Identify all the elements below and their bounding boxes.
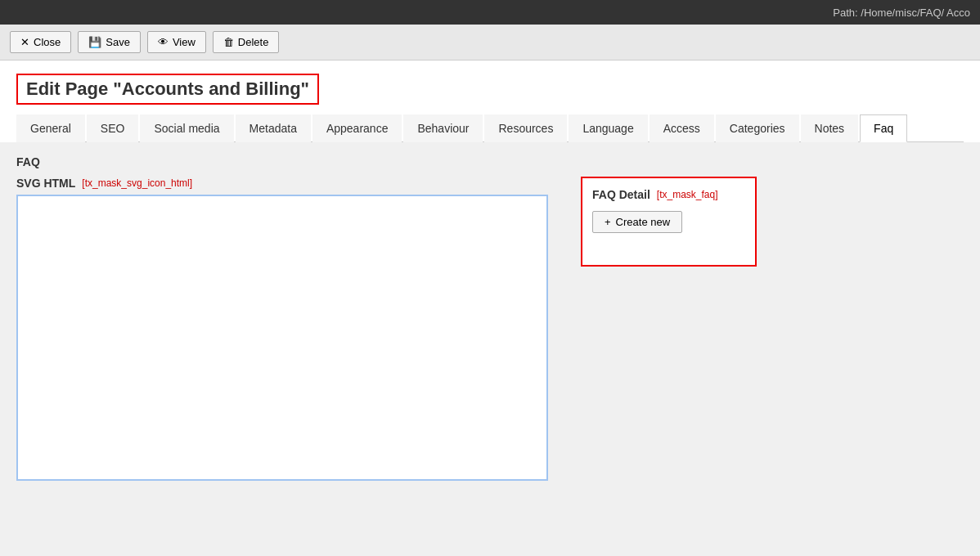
close-icon: ✕ bbox=[20, 36, 29, 48]
faq-detail-label: FAQ Detail bbox=[592, 188, 650, 201]
path-info: Path: /Home/misc/FAQ/ Acco bbox=[833, 7, 970, 19]
svg-html-area: SVG HTML [tx_mask_svg_icon_html] bbox=[16, 177, 564, 483]
faq-detail-header: FAQ Detail [tx_mask_faq] bbox=[592, 188, 745, 201]
page-text: Acco bbox=[946, 7, 970, 19]
view-label: View bbox=[173, 36, 196, 48]
top-bar: Path: /Home/misc/FAQ/ Acco bbox=[0, 0, 980, 25]
close-button[interactable]: ✕ Close bbox=[10, 31, 71, 53]
svg-html-token: [tx_mask_svg_icon_html] bbox=[82, 177, 192, 189]
faq-detail-token: [tx_mask_faq] bbox=[657, 189, 718, 200]
faq-detail-panel: FAQ Detail [tx_mask_faq] + Create new bbox=[581, 177, 757, 267]
save-icon: 💾 bbox=[88, 36, 101, 48]
tab-access[interactable]: Access bbox=[650, 114, 714, 142]
delete-button[interactable]: 🗑 Delete bbox=[213, 31, 280, 53]
faq-section-title: FAQ bbox=[16, 155, 964, 168]
tab-language[interactable]: Language bbox=[569, 114, 647, 142]
page-content: Edit Page "Accounts and Billing" General… bbox=[0, 61, 980, 142]
svg-html-label-text: SVG HTML bbox=[16, 177, 75, 190]
create-new-label: Create new bbox=[616, 216, 670, 228]
tab-seo[interactable]: SEO bbox=[87, 114, 139, 142]
page-title-wrapper: Edit Page "Accounts and Billing" bbox=[16, 74, 964, 105]
page-title: Edit Page "Accounts and Billing" bbox=[16, 74, 319, 105]
tab-metadata[interactable]: Metadata bbox=[236, 114, 311, 142]
create-new-button[interactable]: + Create new bbox=[592, 211, 682, 233]
view-icon: 👁 bbox=[158, 36, 169, 48]
tab-notes[interactable]: Notes bbox=[801, 114, 859, 142]
tab-behaviour[interactable]: Behaviour bbox=[403, 114, 483, 142]
plus-icon: + bbox=[605, 216, 611, 228]
tab-faq[interactable]: Faq bbox=[860, 114, 907, 142]
tabs-bar: General SEO Social media Metadata Appear… bbox=[16, 114, 964, 142]
tab-categories[interactable]: Categories bbox=[716, 114, 799, 142]
tab-general[interactable]: General bbox=[16, 114, 85, 142]
faq-content-row: SVG HTML [tx_mask_svg_icon_html] FAQ Det… bbox=[16, 177, 964, 483]
main-area: FAQ SVG HTML [tx_mask_svg_icon_html] FAQ… bbox=[0, 142, 980, 535]
save-button[interactable]: 💾 Save bbox=[78, 31, 141, 53]
path-text: Path: /Home/misc/FAQ/ bbox=[833, 7, 944, 19]
svg-html-textarea[interactable] bbox=[16, 195, 548, 481]
tab-appearance[interactable]: Appearance bbox=[312, 114, 402, 142]
delete-label: Delete bbox=[238, 36, 269, 48]
delete-icon: 🗑 bbox=[223, 36, 234, 48]
tab-resources[interactable]: Resources bbox=[484, 114, 567, 142]
toolbar: ✕ Close 💾 Save 👁 View 🗑 Delete bbox=[0, 25, 980, 61]
tab-social-media[interactable]: Social media bbox=[140, 114, 233, 142]
close-label: Close bbox=[34, 36, 61, 48]
save-label: Save bbox=[106, 36, 130, 48]
view-button[interactable]: 👁 View bbox=[147, 31, 206, 53]
svg-html-label-row: SVG HTML [tx_mask_svg_icon_html] bbox=[16, 177, 564, 190]
